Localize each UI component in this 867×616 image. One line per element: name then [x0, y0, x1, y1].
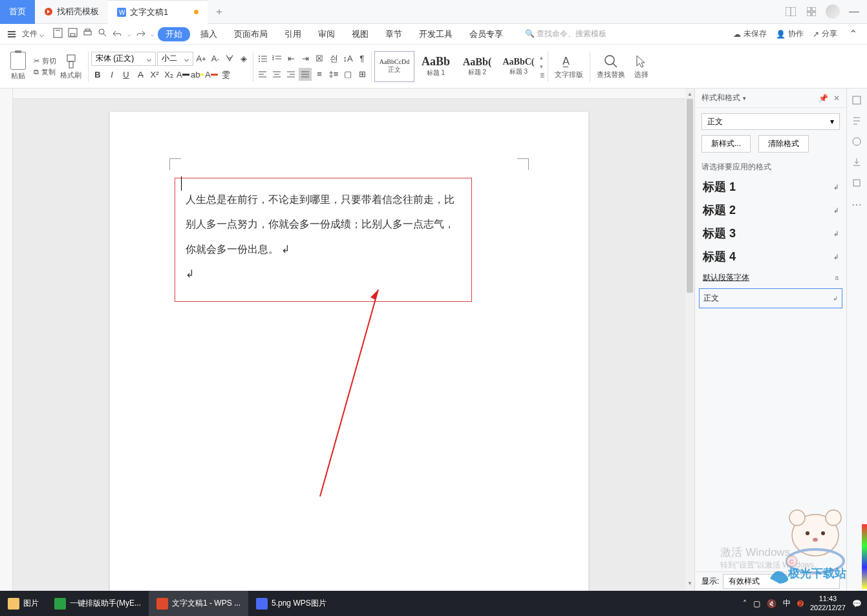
style-card[interactable]: AaBbCcDd正文	[374, 51, 414, 82]
scroll-thumb[interactable]	[687, 99, 693, 293]
italic-button[interactable]: I	[105, 69, 118, 81]
chevron-down-icon[interactable]: ⌵	[127, 31, 131, 37]
select-button[interactable]: 选择	[629, 47, 654, 86]
font-size-select[interactable]: 小二⌵	[157, 52, 193, 66]
tab-button[interactable]: 싄	[327, 52, 340, 65]
scroll-down-button[interactable]: ▼	[686, 580, 694, 588]
close-icon[interactable]: ✕	[833, 94, 840, 103]
tab-templates[interactable]: 找稻壳模板	[35, 0, 108, 24]
number-list-button[interactable]: 12	[270, 52, 283, 65]
clear-format-button[interactable]: ◈	[237, 52, 250, 65]
chevron-down-icon[interactable]: ⌵	[151, 31, 154, 37]
limit-icon[interactable]	[851, 136, 863, 148]
style-card[interactable]: AaBb标题 1	[416, 51, 456, 82]
font-name-select[interactable]: 宋体 (正文)⌵	[91, 52, 156, 66]
tray-cloud-icon[interactable]: ▢	[753, 599, 760, 608]
sort-button[interactable]: ↕A	[341, 52, 354, 65]
save-icon[interactable]	[68, 28, 78, 40]
menu-chapter[interactable]: 章节	[379, 28, 409, 40]
distribute-button[interactable]: ≡	[313, 68, 326, 81]
menu-member[interactable]: 会员专享	[463, 28, 509, 40]
print-icon[interactable]	[83, 28, 92, 40]
menu-insert[interactable]: 插入	[194, 28, 224, 40]
style-list-item[interactable]: 标题 2↲	[695, 198, 846, 222]
more-icon[interactable]: ⋯	[851, 198, 863, 210]
align-left-button[interactable]	[256, 68, 269, 81]
redo-icon[interactable]	[136, 28, 145, 40]
underline-button[interactable]: U	[120, 69, 133, 81]
tool-icon[interactable]	[851, 178, 863, 189]
paragraph-mark-button[interactable]: ¶	[356, 52, 369, 65]
page[interactable]: 人生总是在前行，不论走到哪里，只要带着信念往前走，比别人多一点努力，你就会多一份…	[110, 112, 588, 591]
scrollbar-vertical[interactable]: ▲ ▼	[685, 89, 694, 591]
clock[interactable]: 11:43 2022/12/27	[810, 595, 846, 611]
outdent-button[interactable]: ⇤	[284, 52, 297, 65]
shading-button[interactable]: ▢	[341, 68, 354, 81]
unsaved-button[interactable]: ☁未保存	[733, 28, 767, 39]
bullet-list-button[interactable]	[256, 52, 269, 65]
style-scroll-up[interactable]: ▴	[540, 54, 545, 61]
superscript-button[interactable]: X²	[148, 69, 161, 81]
file-menu[interactable]: 文件⌵	[22, 28, 44, 39]
menu-dev[interactable]: 开发工具	[412, 28, 459, 40]
collapse-ribbon-button[interactable]: ⌃	[846, 28, 859, 41]
menu-ref[interactable]: 引用	[278, 28, 308, 40]
tray-sogou-icon[interactable]: ➋	[797, 599, 804, 608]
highlight-button[interactable]: ab	[191, 69, 204, 81]
menu-review[interactable]: 审阅	[312, 28, 341, 40]
font-color2-button[interactable]: A	[205, 69, 218, 81]
taskbar-item[interactable]: 文字文稿1 - WPS ...	[149, 591, 248, 616]
find-replace-button[interactable]: 查找替换	[593, 47, 629, 86]
style-card[interactable]: AaBb(标题 2	[457, 51, 497, 82]
tray-volume-icon[interactable]: 🔇	[767, 599, 776, 608]
subscript-button[interactable]: X₂	[162, 69, 175, 81]
style-list-item[interactable]: 标题 4↲	[695, 245, 846, 268]
style-list-item[interactable]: 正文↲	[699, 288, 842, 308]
style-card[interactable]: AaBbC(标题 3	[498, 51, 539, 82]
grow-font-button[interactable]: A+	[195, 52, 208, 65]
cut-button[interactable]: ✂剪切	[34, 56, 56, 66]
notification-icon[interactable]: 💬	[852, 599, 862, 608]
style-gallery[interactable]: AaBbCcDd正文AaBb标题 1AaBb(标题 2AaBbC(标题 3	[374, 51, 539, 82]
align-right-button[interactable]	[284, 68, 297, 81]
style-list-item[interactable]: 默认段落字体a	[695, 268, 846, 287]
coop-button[interactable]: 👤协作	[776, 28, 804, 39]
style-scroll-down[interactable]: ▾	[540, 63, 545, 70]
new-style-button[interactable]: 新样式...	[701, 135, 751, 153]
tab-home[interactable]: 首页	[0, 0, 35, 24]
border-button[interactable]: ⊞	[356, 68, 369, 81]
search-input[interactable]: 🔍 查找命令、搜索模板	[525, 28, 606, 39]
phonetic-button[interactable]: 雯	[219, 69, 232, 81]
taskbar-item[interactable]: 图片	[0, 591, 47, 616]
new-tab-button[interactable]: ＋	[208, 5, 231, 19]
preview-icon[interactable]	[98, 28, 107, 40]
style-list-item[interactable]: 标题 1↲	[695, 175, 846, 198]
style-more[interactable]: ≣	[540, 72, 545, 79]
pin-icon[interactable]: 📌	[819, 94, 828, 103]
share-button[interactable]: ↗分享	[813, 28, 837, 39]
format-brush-button[interactable]: 格式刷	[56, 47, 85, 86]
save-doc-icon[interactable]	[53, 28, 63, 41]
style-icon[interactable]	[851, 116, 863, 127]
tray-chevron-icon[interactable]: ˄	[743, 599, 747, 608]
layout-icon[interactable]	[784, 5, 797, 18]
char-scale-button[interactable]: ☒	[313, 52, 326, 65]
line-spacing-button[interactable]: ‡≡	[327, 68, 340, 81]
grid-icon[interactable]	[805, 5, 818, 18]
strike-button[interactable]: A̶	[134, 69, 147, 81]
menu-view[interactable]: 视图	[345, 28, 375, 40]
scroll-up-button[interactable]: ▲	[686, 91, 694, 99]
clear-format-button[interactable]: 清除格式	[758, 135, 809, 153]
hamburger-icon[interactable]	[8, 31, 16, 37]
bold-button[interactable]: B	[91, 69, 104, 81]
align-justify-button[interactable]	[299, 68, 312, 81]
undo-icon[interactable]	[112, 28, 122, 40]
document-text[interactable]: 人生总是在前行，不论走到哪里，只要带着信念往前走，比别人多一点努力，你就会多一份…	[186, 194, 455, 255]
taskbar-item[interactable]: 5.png WPS图片	[248, 591, 334, 616]
tab-document[interactable]: W 文字文稿1	[108, 0, 208, 24]
paste-button[interactable]: 粘贴	[6, 47, 30, 86]
shrink-font-button[interactable]: A-	[209, 52, 222, 65]
menu-layout[interactable]: 页面布局	[228, 28, 274, 40]
align-center-button[interactable]	[270, 68, 283, 81]
avatar[interactable]	[826, 5, 840, 19]
